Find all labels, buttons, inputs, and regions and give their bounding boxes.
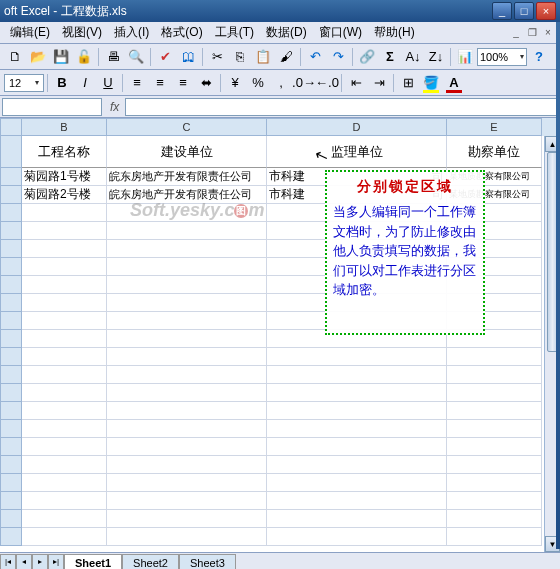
hyperlink-icon[interactable]: 🔗: [356, 46, 378, 68]
comma-icon[interactable]: ,: [270, 72, 292, 94]
header-cell[interactable]: 监理单位: [267, 136, 447, 168]
cell[interactable]: [107, 366, 267, 384]
doc-minimize-button[interactable]: _: [508, 26, 524, 40]
cell[interactable]: [107, 240, 267, 258]
cell[interactable]: [447, 420, 542, 438]
cell[interactable]: 菊园路1号楼: [22, 168, 107, 186]
cell[interactable]: [107, 402, 267, 420]
doc-restore-button[interactable]: ❐: [524, 26, 540, 40]
row-header[interactable]: [0, 528, 22, 546]
callout-box[interactable]: 分别锁定区域 当多人编辑同一个工作簿文档时，为了防止修改由他人负责填写的数据，我…: [325, 170, 485, 335]
sheet-tab-1[interactable]: Sheet1: [64, 554, 122, 569]
column-header-C[interactable]: C: [107, 118, 267, 136]
cell[interactable]: [107, 528, 267, 546]
menu-format[interactable]: 格式(O): [155, 22, 208, 43]
tab-nav-next[interactable]: ▸: [32, 554, 48, 570]
underline-icon[interactable]: U: [97, 72, 119, 94]
menu-insert[interactable]: 插入(I): [108, 22, 155, 43]
cell[interactable]: [22, 222, 107, 240]
cell[interactable]: [107, 456, 267, 474]
cell[interactable]: [22, 420, 107, 438]
merge-icon[interactable]: ⬌: [195, 72, 217, 94]
zoom-dropdown[interactable]: 100%: [477, 48, 527, 66]
save-icon[interactable]: 💾: [50, 46, 72, 68]
autosum-icon[interactable]: Σ: [379, 46, 401, 68]
row-header[interactable]: [0, 168, 22, 186]
tab-nav-prev[interactable]: ◂: [16, 554, 32, 570]
cell[interactable]: [22, 474, 107, 492]
close-button[interactable]: ×: [536, 2, 556, 20]
menu-tools[interactable]: 工具(T): [209, 22, 260, 43]
cell[interactable]: [22, 330, 107, 348]
row-header[interactable]: [0, 330, 22, 348]
cell[interactable]: [22, 528, 107, 546]
formula-input[interactable]: [125, 98, 558, 116]
cell[interactable]: [267, 456, 447, 474]
row-header[interactable]: [0, 420, 22, 438]
row-header[interactable]: [0, 186, 22, 204]
row-header[interactable]: [0, 438, 22, 456]
row-header[interactable]: [0, 240, 22, 258]
cell[interactable]: [107, 438, 267, 456]
fontsize-dropdown[interactable]: 12: [4, 74, 44, 92]
column-header-E[interactable]: E: [447, 118, 542, 136]
select-all-corner[interactable]: [0, 118, 22, 136]
column-header-D[interactable]: D: [267, 118, 447, 136]
row-header[interactable]: [0, 276, 22, 294]
cell[interactable]: [447, 492, 542, 510]
cell[interactable]: [22, 348, 107, 366]
row-header[interactable]: [0, 402, 22, 420]
increase-decimal-icon[interactable]: .0→: [293, 72, 315, 94]
cell[interactable]: [107, 258, 267, 276]
cell[interactable]: [107, 348, 267, 366]
row-header[interactable]: [0, 136, 22, 168]
cell[interactable]: [267, 348, 447, 366]
undo-icon[interactable]: ↶: [304, 46, 326, 68]
cell[interactable]: [107, 294, 267, 312]
cell[interactable]: 皖东房地产开发有限责任公司: [107, 168, 267, 186]
cell[interactable]: [447, 366, 542, 384]
menu-data[interactable]: 数据(D): [260, 22, 313, 43]
menu-edit[interactable]: 编辑(E): [4, 22, 56, 43]
sheet-tab-3[interactable]: Sheet3: [179, 554, 236, 569]
italic-icon[interactable]: I: [74, 72, 96, 94]
cell[interactable]: [22, 384, 107, 402]
row-header[interactable]: [0, 204, 22, 222]
paste-icon[interactable]: 📋: [252, 46, 274, 68]
cut-icon[interactable]: ✂: [206, 46, 228, 68]
cell[interactable]: [107, 474, 267, 492]
cell[interactable]: [107, 492, 267, 510]
cell[interactable]: [22, 492, 107, 510]
cell[interactable]: [107, 312, 267, 330]
tab-nav-first[interactable]: |◂: [0, 554, 16, 570]
sort-asc-icon[interactable]: A↓: [402, 46, 424, 68]
align-right-icon[interactable]: ≡: [172, 72, 194, 94]
cell[interactable]: [22, 258, 107, 276]
cell[interactable]: [267, 366, 447, 384]
header-cell[interactable]: 工程名称: [22, 136, 107, 168]
cell[interactable]: [107, 276, 267, 294]
permission-icon[interactable]: 🔓: [73, 46, 95, 68]
sort-desc-icon[interactable]: Z↓: [425, 46, 447, 68]
format-painter-icon[interactable]: 🖌: [275, 46, 297, 68]
row-header[interactable]: [0, 384, 22, 402]
menu-window[interactable]: 窗口(W): [313, 22, 368, 43]
cell[interactable]: [22, 402, 107, 420]
cell[interactable]: [447, 510, 542, 528]
cell[interactable]: [267, 492, 447, 510]
cell[interactable]: [447, 348, 542, 366]
cell[interactable]: [267, 438, 447, 456]
menu-view[interactable]: 视图(V): [56, 22, 108, 43]
cell[interactable]: [267, 420, 447, 438]
redo-icon[interactable]: ↷: [327, 46, 349, 68]
percent-icon[interactable]: %: [247, 72, 269, 94]
row-header[interactable]: [0, 456, 22, 474]
cell[interactable]: [22, 294, 107, 312]
open-icon[interactable]: 📂: [27, 46, 49, 68]
cell[interactable]: [267, 528, 447, 546]
cell[interactable]: [267, 474, 447, 492]
spelling-icon[interactable]: ✔: [154, 46, 176, 68]
cell[interactable]: 菊园路2号楼: [22, 186, 107, 204]
increase-indent-icon[interactable]: ⇥: [368, 72, 390, 94]
cell[interactable]: [22, 510, 107, 528]
